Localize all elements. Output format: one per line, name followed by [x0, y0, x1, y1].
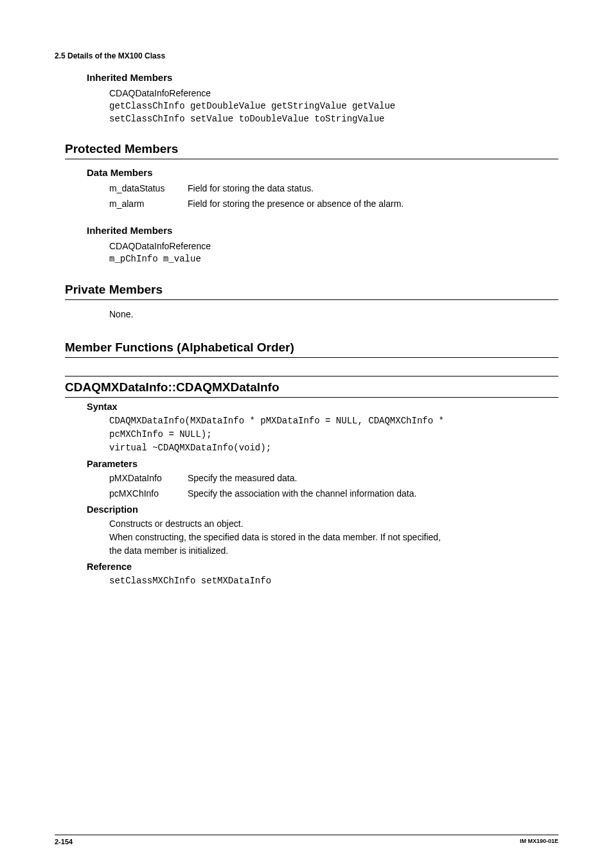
doc-id: IM MX190-01E — [520, 838, 558, 846]
private-members-divider — [65, 299, 558, 300]
inherited-members-2-body: CDAQDataInfoReference m_pChInfo m_value — [109, 240, 558, 266]
data-members-body: m_dataStatus Field for storing the data … — [109, 182, 558, 211]
data-row: m_alarm Field for storing the presence o… — [109, 197, 558, 211]
footer-content: 2-154 IM MX190-01E — [55, 838, 558, 846]
section-header: 2.5 Details of the MX100 Class — [55, 51, 558, 60]
description-heading: Description — [87, 504, 558, 515]
syntax-line3: virtual ~CDAQMXDataInfo(void); — [109, 441, 558, 455]
inherited-members-1: Inherited Members CDAQDataInfoReference … — [87, 72, 558, 125]
description-line1: Constructs or destructs an object. — [109, 517, 558, 531]
method-bottom-divider — [65, 397, 558, 398]
param-desc: Specify the association with the channel… — [188, 487, 416, 500]
reference-body: setClassMXChInfo setMXDataInfo — [109, 574, 558, 588]
description-body: Constructs or destructs an object. When … — [109, 517, 558, 558]
data-label: m_dataStatus — [109, 182, 188, 195]
param-label: pMXDataInfo — [109, 472, 188, 485]
inherited-members-2-title: Inherited Members — [87, 225, 558, 236]
reference-line1: setClassMXChInfo setMXDataInfo — [109, 574, 558, 588]
inherited-members-1-body: CDAQDataInfoReference getClassChInfo get… — [109, 87, 558, 125]
private-members-heading: Private Members — [65, 283, 558, 297]
footer-divider — [55, 835, 558, 835]
inherited-code-line2: setClassChInfo setValue toDoubleValue to… — [109, 113, 558, 126]
parameters-body: pMXDataInfo Specify the measured data. p… — [109, 472, 558, 500]
param-row: pMXDataInfo Specify the measured data. — [109, 472, 558, 485]
member-functions-divider — [65, 357, 558, 358]
private-members-body: None. — [87, 308, 558, 321]
syntax-line1: CDAQMXDataInfo(MXDataInfo * pMXDataInfo … — [109, 414, 558, 428]
param-row: pcMXChInfo Specify the association with … — [109, 487, 558, 500]
private-members-none: None. — [109, 308, 558, 321]
data-label: m_alarm — [109, 197, 188, 211]
method-name: CDAQMXDataInfo::CDAQMXDataInfo — [65, 380, 558, 394]
member-functions-heading: Member Functions (Alphabetical Order) — [65, 341, 558, 355]
protected-members-divider — [65, 159, 558, 159]
param-label: pcMXChInfo — [109, 487, 188, 500]
inherited-code-line1: getClassChInfo getDoubleValue getStringV… — [109, 100, 558, 113]
syntax-heading: Syntax — [87, 402, 558, 412]
protected-members-heading: Protected Members — [65, 142, 558, 156]
syntax-line2: pcMXChInfo = NULL); — [109, 428, 558, 441]
reference-heading: Reference — [87, 562, 558, 572]
method-top-divider — [65, 376, 558, 376]
data-desc: Field for storing the data status. — [188, 182, 558, 195]
description-line3: the data member is initialized. — [109, 544, 558, 558]
inherited2-code-line1: m_pChInfo m_value — [109, 253, 558, 266]
page-number: 2-154 — [55, 838, 73, 846]
parameters-heading: Parameters — [87, 459, 558, 469]
page-footer: 2-154 IM MX190-01E — [55, 835, 558, 846]
inherited-ref-1: CDAQDataInfoReference — [109, 87, 558, 100]
data-row: m_dataStatus Field for storing the data … — [109, 182, 558, 195]
description-line2: When constructing, the specified data is… — [109, 531, 558, 544]
syntax-body: CDAQMXDataInfo(MXDataInfo * pMXDataInfo … — [109, 414, 558, 455]
data-members-title: Data Members — [87, 167, 558, 178]
param-desc: Specify the measured data. — [188, 472, 297, 485]
inherited-members-1-title: Inherited Members — [87, 72, 558, 83]
inherited-ref-2: CDAQDataInfoReference — [109, 240, 558, 253]
data-members: Data Members m_dataStatus Field for stor… — [87, 167, 558, 211]
inherited-members-2: Inherited Members CDAQDataInfoReference … — [87, 225, 558, 266]
data-desc: Field for storing the presence or absenc… — [188, 197, 558, 211]
